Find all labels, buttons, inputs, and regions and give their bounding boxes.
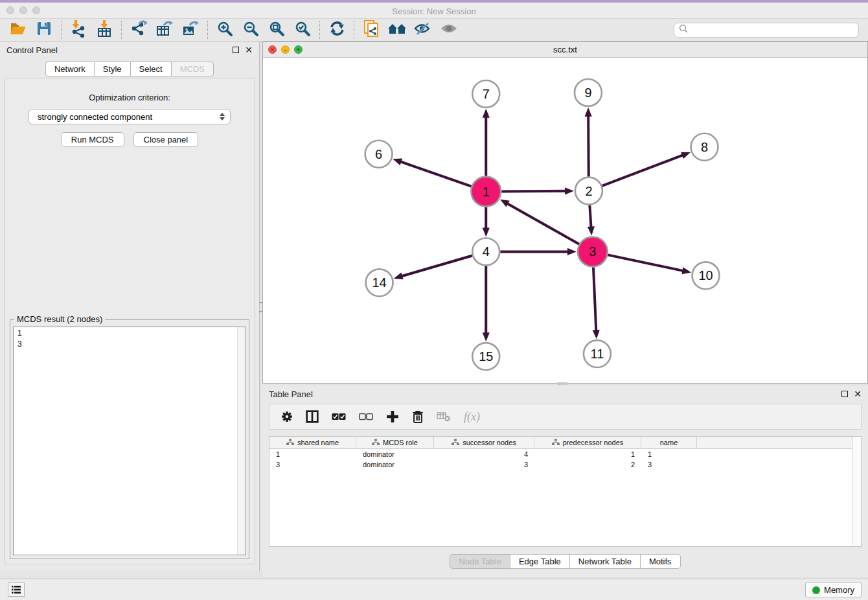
table-cell[interactable]: 3 — [269, 459, 356, 470]
run-mcds-button[interactable]: Run MCDS — [61, 132, 124, 147]
mcds-result-scrollbar[interactable] — [237, 327, 246, 555]
table-cell[interactable]: 3 — [641, 459, 697, 470]
graph-edge-1-2[interactable] — [501, 187, 574, 194]
graph-node-11[interactable]: 11 — [584, 340, 611, 367]
graph-node-14[interactable]: 14 — [366, 269, 393, 296]
zoom-out-button[interactable] — [238, 20, 264, 40]
table-tab-node-table[interactable]: Node Table — [450, 554, 510, 569]
export-network-button[interactable] — [126, 20, 152, 40]
table-cell[interactable]: 2 — [534, 459, 641, 470]
graph-edge-1-7[interactable] — [483, 109, 490, 176]
graph-edge-4-15[interactable] — [483, 266, 490, 341]
hide-selected-button[interactable] — [410, 20, 436, 40]
graph-edge-2-8[interactable] — [602, 152, 691, 186]
graph-node-7[interactable]: 7 — [472, 80, 499, 108]
table-settings-button[interactable] — [281, 411, 293, 422]
table-tab-edge-table[interactable]: Edge Table — [510, 554, 570, 569]
panel-splitter-handle[interactable] — [557, 382, 567, 385]
graph-edge-1-6[interactable] — [393, 159, 471, 187]
node-table: shared nameMCDS rolesuccessor nodesprede… — [269, 436, 862, 547]
table-scrollbar[interactable] — [852, 437, 861, 546]
column-header-MCDS-role[interactable]: MCDS role — [356, 437, 434, 448]
graph-edge-1-4[interactable] — [483, 207, 490, 237]
toolbar-separator — [121, 21, 122, 39]
deselect-all-button[interactable] — [359, 413, 373, 421]
control-panel-header: Control Panel ✕ — [0, 41, 259, 58]
close-panel-icon[interactable]: ✕ — [245, 47, 253, 53]
open-session-button[interactable] — [5, 20, 31, 40]
table-cell[interactable]: dominator — [356, 449, 434, 459]
graph-node-6[interactable]: 6 — [365, 141, 393, 168]
control-tab-style[interactable]: Style — [94, 62, 131, 76]
graph-edge-3-10[interactable] — [608, 255, 691, 274]
delete-column-button[interactable] — [412, 410, 424, 423]
table-cell[interactable]: 1 — [641, 449, 697, 459]
search-field[interactable] — [674, 23, 859, 38]
graph-edge-4-3[interactable] — [500, 248, 577, 255]
graph-node-4[interactable]: 4 — [472, 238, 499, 265]
import-network-button[interactable] — [65, 20, 91, 40]
show-columns-button[interactable] — [306, 410, 319, 423]
home-pair-button[interactable] — [384, 20, 410, 40]
table-tab-motifs[interactable]: Motifs — [640, 554, 681, 569]
select-all-button[interactable] — [332, 413, 346, 421]
new-network-from-selection-button[interactable] — [358, 20, 384, 40]
svg-text:15: 15 — [479, 349, 493, 363]
control-tab-network[interactable]: Network — [45, 62, 95, 76]
search-input[interactable] — [689, 24, 858, 36]
table-cell[interactable]: 1 — [534, 449, 641, 459]
graph-edge-4-14[interactable] — [394, 256, 473, 280]
table-body: 1dominator4113dominator323 — [269, 449, 861, 470]
zoom-selected-button[interactable] — [290, 20, 315, 40]
float-panel-icon[interactable] — [841, 391, 848, 397]
optimization-criterion-label: Optimization criterion: — [5, 93, 255, 102]
network-canvas[interactable]: 7968124314101511 — [263, 58, 867, 383]
graph-node-3[interactable]: 3 — [578, 237, 608, 266]
create-column-button[interactable] — [386, 410, 399, 423]
graph-node-1[interactable]: 1 — [471, 177, 501, 207]
control-tab-select[interactable]: Select — [130, 62, 172, 76]
table-tab-network-table[interactable]: Network Table — [569, 554, 641, 569]
show-all-button[interactable] — [436, 20, 462, 40]
column-header-predecessor-nodes[interactable]: predecessor nodes — [534, 437, 641, 448]
column-header-name[interactable]: name — [641, 437, 697, 448]
window-title: Session: New Session — [0, 6, 868, 16]
graph-node-15[interactable]: 15 — [472, 343, 499, 370]
save-session-button[interactable] — [31, 20, 57, 40]
close-panel-icon[interactable]: ✕ — [854, 391, 862, 397]
network-window-titlebar[interactable]: ✕ – + scc.txt — [263, 42, 867, 58]
table-cell[interactable]: dominator — [356, 459, 434, 470]
apply-layout-button[interactable] — [324, 20, 350, 40]
graph-node-2[interactable]: 2 — [575, 178, 602, 205]
column-header-label: MCDS role — [383, 439, 418, 446]
table-cell[interactable]: 1 — [269, 449, 356, 459]
mcds-result-area[interactable]: 1 3 — [13, 327, 246, 555]
graph-edge-3-11[interactable] — [593, 267, 600, 339]
column-header-shared-name[interactable]: shared name — [269, 437, 356, 448]
table-panel: Table Panel ✕ f(x) shared nameMCDS roles… — [262, 386, 868, 577]
zoom-in-button[interactable] — [212, 20, 238, 40]
graph-edge-3-1[interactable] — [500, 200, 579, 244]
export-table-button[interactable] — [152, 20, 177, 40]
memory-button[interactable]: Memory — [805, 583, 862, 597]
graph-edge-2-3[interactable] — [588, 205, 595, 236]
column-header-successor-nodes[interactable]: successor nodes — [434, 437, 534, 448]
table-cell[interactable]: 3 — [434, 459, 534, 470]
graph-node-9[interactable]: 9 — [575, 79, 602, 106]
export-image-button[interactable] — [177, 20, 203, 40]
control-tab-mcds[interactable]: MCDS — [171, 62, 214, 76]
import-table-button[interactable] — [91, 20, 117, 40]
close-panel-button[interactable]: Close panel — [133, 132, 199, 147]
zoom-fit-button[interactable] — [264, 20, 290, 40]
graph-edge-2-9[interactable] — [585, 108, 592, 177]
float-panel-icon[interactable] — [233, 47, 239, 53]
export-network-icon — [130, 20, 148, 40]
optimization-criterion-select[interactable]: strongly connected component — [29, 109, 231, 124]
graph-node-10[interactable]: 10 — [692, 262, 720, 289]
table-row[interactable]: 3dominator323 — [269, 459, 861, 470]
panel-splitter-handle[interactable] — [259, 302, 262, 312]
table-cell[interactable]: 4 — [434, 449, 534, 459]
show-panels-button[interactable] — [8, 583, 25, 597]
table-row[interactable]: 1dominator411 — [269, 449, 861, 459]
graph-node-8[interactable]: 8 — [691, 133, 718, 161]
